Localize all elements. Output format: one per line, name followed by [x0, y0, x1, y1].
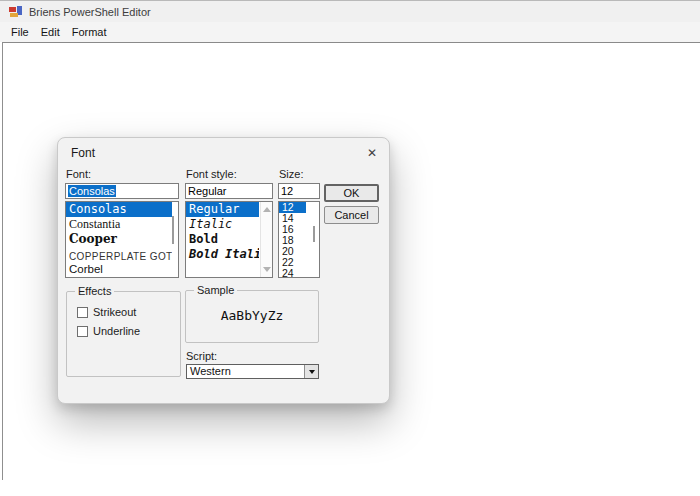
size-list[interactable]: 12 14 16 18 20 22 24 — [278, 201, 320, 278]
font-style-label: Font style: — [186, 168, 237, 180]
font-label: Font: — [66, 168, 91, 180]
app-icon — [9, 6, 22, 18]
scroll-down-icon[interactable] — [263, 267, 271, 272]
size-list-scrollbar[interactable] — [313, 226, 315, 242]
font-list-item[interactable]: Constantia — [66, 217, 172, 232]
underline-checkbox-row[interactable]: Underline — [77, 325, 140, 337]
cancel-button[interactable]: Cancel — [324, 206, 379, 224]
screen: Briens PowerShell Editor File Edit Forma… — [0, 0, 700, 496]
font-list-item[interactable]: Cooper — [66, 232, 172, 247]
size-input[interactable]: 12 — [278, 183, 320, 199]
sample-group: Sample AaBbYyZz — [185, 290, 319, 343]
strikeout-checkbox[interactable] — [77, 307, 88, 318]
menu-edit[interactable]: Edit — [35, 23, 66, 41]
script-dropdown-value: Western — [190, 365, 231, 378]
effects-group-title: Effects — [75, 285, 114, 297]
font-input[interactable]: Consolas — [65, 183, 179, 199]
size-list-item[interactable]: 24 — [279, 268, 306, 278]
ok-button[interactable]: OK — [324, 184, 379, 202]
menu-format[interactable]: Format — [66, 23, 113, 41]
size-input-value: 12 — [281, 185, 293, 197]
font-style-input-value: Regular — [188, 185, 227, 197]
font-style-input[interactable]: Regular — [185, 183, 273, 199]
sample-group-title: Sample — [194, 284, 237, 296]
script-label: Script: — [186, 350, 217, 362]
font-style-list-item[interactable]: Italic — [186, 217, 259, 232]
font-style-list-item[interactable]: Bold — [186, 232, 259, 247]
script-dropdown[interactable]: Western — [186, 364, 319, 379]
dialog-title: Font — [71, 146, 95, 160]
font-style-list-item[interactable]: Regular — [186, 202, 259, 217]
menu-bar: File Edit Format — [0, 22, 700, 42]
dropdown-button[interactable] — [304, 365, 318, 378]
effects-group: Effects Strikeout Underline — [66, 291, 181, 377]
underline-label: Underline — [93, 325, 140, 337]
window-title: Briens PowerShell Editor — [29, 6, 151, 18]
size-label: Size: — [279, 168, 303, 180]
font-style-list-item[interactable]: Bold Italic — [186, 247, 259, 262]
font-list-item[interactable]: Corbel — [66, 262, 172, 277]
font-dialog: Font ✕ Font: Font style: Size: Consolas … — [57, 137, 390, 404]
menu-file[interactable]: File — [5, 23, 35, 41]
close-icon[interactable]: ✕ — [363, 144, 381, 162]
chevron-down-icon — [309, 370, 315, 374]
font-list[interactable]: Consolas Constantia Cooper COPPERPLATE G… — [65, 201, 179, 278]
window-titlebar[interactable]: Briens PowerShell Editor — [0, 0, 700, 22]
font-list-item[interactable]: COPPERPLATE GOT — [66, 247, 172, 262]
font-list-scrollbar[interactable] — [172, 216, 174, 244]
scroll-up-icon[interactable] — [263, 207, 271, 212]
strikeout-label: Strikeout — [93, 306, 136, 318]
font-input-value: Consolas — [68, 185, 116, 197]
sample-text: AaBbYyZz — [186, 308, 318, 323]
font-style-scrollbar[interactable] — [260, 202, 272, 277]
font-list-item[interactable]: Consolas — [66, 202, 172, 217]
font-style-list[interactable]: Regular Italic Bold Bold Italic — [185, 201, 273, 278]
strikeout-checkbox-row[interactable]: Strikeout — [77, 306, 136, 318]
underline-checkbox[interactable] — [77, 326, 88, 337]
